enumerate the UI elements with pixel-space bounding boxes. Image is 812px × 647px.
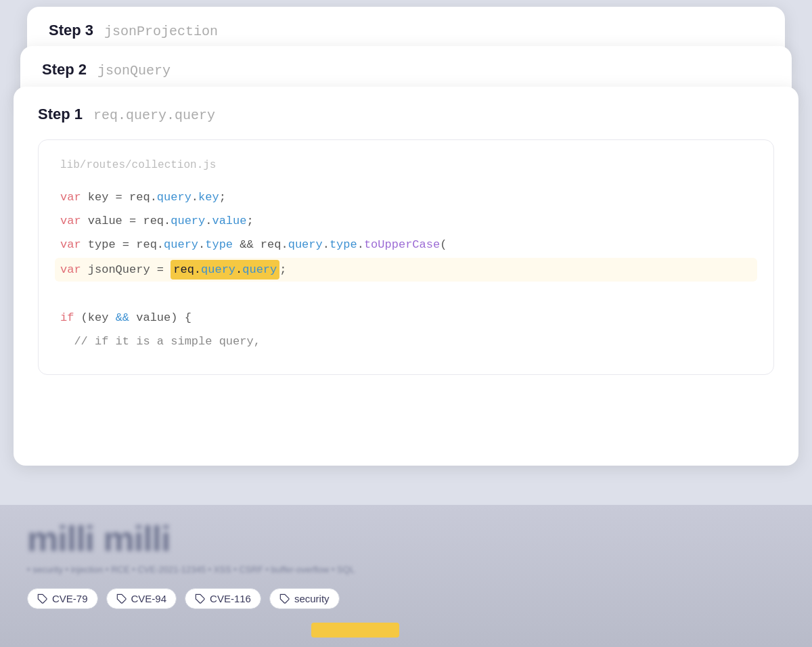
step1-label: Step 1 — [38, 106, 83, 123]
tag-cve79[interactable]: CVE-79 — [27, 588, 98, 609]
code-line-5 — [60, 283, 752, 305]
tag-cve94[interactable]: CVE-94 — [106, 588, 177, 609]
step-card-1: Step 1 req.query.query lib/routes/collec… — [14, 87, 798, 466]
tag-icon — [279, 594, 290, 604]
tag-icon — [37, 594, 48, 604]
page-wrapper: milli milli • security • injection • RCE… — [0, 0, 812, 647]
tag-label: CVE-116 — [210, 593, 251, 604]
keyword-var: var — [60, 188, 81, 206]
step1-header: Step 1 req.query.query — [38, 106, 774, 123]
keyword-var: var — [60, 212, 81, 230]
tag-security[interactable]: security — [269, 588, 340, 609]
step1-subtitle: req.query.query — [93, 108, 215, 123]
code-line-3: var type = req.query.type && req.query.t… — [60, 233, 752, 256]
code-line-2: var value = req.query.value; — [60, 210, 752, 232]
bottom-section: milli milli • security • injection • RCE… — [0, 505, 812, 647]
code-line-6: if (key && value) { — [60, 307, 752, 329]
blurred-subtitle: • security • injection • RCE • CVE-2021-… — [27, 564, 355, 575]
code-block: lib/routes/collection.js var key = req.q… — [38, 139, 774, 375]
code-line-1: var key = req.query.key; — [60, 186, 752, 208]
step2-label: Step 2 — [42, 61, 87, 79]
yellow-highlight-bar — [311, 623, 399, 638]
highlight-box: req.query.query — [171, 260, 279, 280]
blurred-title: milli milli — [27, 518, 171, 559]
step2-subtitle: jsonQuery — [97, 63, 171, 79]
code-line-4-highlighted: var jsonQuery = req.query.query; — [55, 258, 757, 282]
step3-label: Step 3 — [49, 22, 93, 39]
tag-label: security — [294, 593, 330, 604]
tag-icon — [116, 594, 127, 604]
tag-label: CVE-94 — [131, 593, 167, 604]
tag-label: CVE-79 — [52, 593, 88, 604]
code-lines: var key = req.query.key; var value = req… — [60, 186, 752, 353]
step2-header: Step 2 jsonQuery — [42, 61, 770, 79]
code-filename: lib/routes/collection.js — [60, 159, 752, 171]
step3-header: Step 3 jsonProjection — [49, 22, 763, 39]
tag-cve116[interactable]: CVE-116 — [185, 588, 261, 609]
code-line-7: // if it is a simple query, — [60, 330, 752, 353]
tags-row: CVE-79 CVE-94 CVE-116 — [27, 588, 340, 609]
step3-subtitle: jsonProjection — [104, 24, 218, 39]
tag-icon — [195, 594, 206, 604]
